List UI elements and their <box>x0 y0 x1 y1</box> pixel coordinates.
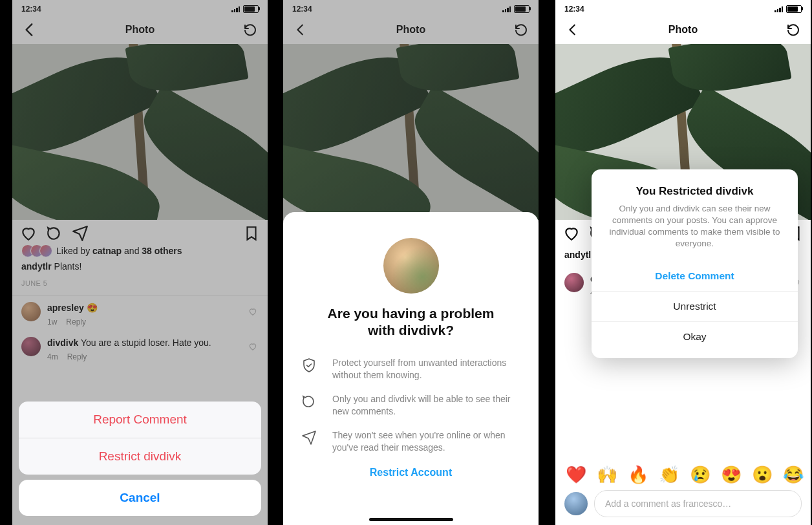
clock: 12:34 <box>564 5 584 14</box>
battery-icon <box>786 5 802 13</box>
page-title: Photo <box>668 24 698 36</box>
cancel-button[interactable]: Cancel <box>19 480 261 516</box>
reaction-emoji[interactable]: 😂 <box>783 465 804 485</box>
comment-icon <box>301 394 317 409</box>
reaction-emoji[interactable]: ❤️ <box>566 465 586 485</box>
like-icon[interactable] <box>563 225 580 242</box>
dialog-title: Are you having a problem with divdivk? <box>318 305 504 339</box>
feature-row: They won't see when you're online or whe… <box>301 429 520 454</box>
chevron-left-icon <box>566 23 580 37</box>
reaction-emoji[interactable]: 🙌 <box>597 465 617 485</box>
delete-comment-button[interactable]: Delete Comment <box>592 261 798 291</box>
okay-button[interactable]: Okay <box>592 321 798 352</box>
reaction-bar: ❤️ 🙌 🔥 👏 😢 😍 😮 😂 <box>555 465 811 485</box>
reaction-emoji[interactable]: 😍 <box>721 465 742 485</box>
shield-icon <box>301 358 317 373</box>
screen-comment-actions: 12:34 Photo Liked by catnap and 38 other… <box>12 0 268 525</box>
home-indicator <box>369 518 453 521</box>
reaction-emoji[interactable]: 😮 <box>752 465 773 485</box>
my-avatar <box>564 492 588 515</box>
feature-row: Only you and divdivk will be able to see… <box>301 393 520 418</box>
comment-input[interactable]: Add a comment as francesco… <box>594 490 802 517</box>
refresh-icon <box>785 22 801 38</box>
nav-header: Photo <box>555 16 811 44</box>
feature-row: Protect yourself from unwanted interacti… <box>301 357 520 381</box>
status-bar: 12:34 <box>555 0 811 16</box>
avatar <box>564 273 584 292</box>
status-indicators <box>775 5 802 13</box>
target-avatar <box>383 238 439 294</box>
alert-body: Only you and divdivk can see their new c… <box>603 203 786 250</box>
screen-restrict-prompt: 12:34 Photo Are you having a problem wit… <box>283 0 539 525</box>
restrict-dialog: Are you having a problem with divdivk? P… <box>283 212 539 525</box>
alert-title: You Restricted divdivk <box>603 185 786 198</box>
reaction-emoji[interactable]: 🔥 <box>628 465 648 485</box>
restricted-alert: You Restricted divdivk Only you and divd… <box>592 169 798 358</box>
refresh-button[interactable] <box>782 19 804 41</box>
reaction-emoji[interactable]: 👏 <box>659 465 679 485</box>
send-icon <box>301 430 317 445</box>
reaction-emoji[interactable]: 😢 <box>690 465 710 485</box>
restrict-user-button[interactable]: Restrict divdivk <box>19 438 261 475</box>
restrict-account-button[interactable]: Restrict Account <box>299 467 523 478</box>
back-button[interactable] <box>562 19 584 41</box>
signal-icon <box>775 6 783 12</box>
unrestrict-button[interactable]: Unrestrict <box>592 291 798 321</box>
screen-restrict-confirm: 12:34 Photo andytlr divdivk You are a st… <box>555 0 811 525</box>
comment-action-sheet: Report Comment Restrict divdivk Cancel <box>19 402 261 516</box>
report-comment-button[interactable]: Report Comment <box>19 402 261 438</box>
comment-composer: Add a comment as francesco… <box>555 490 811 517</box>
